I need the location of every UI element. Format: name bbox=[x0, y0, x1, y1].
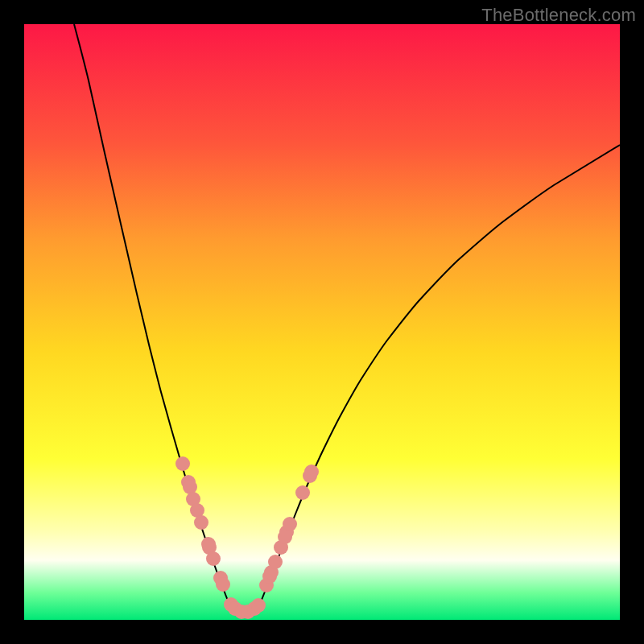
marker-right bbox=[268, 555, 283, 569]
marker-floor bbox=[228, 601, 242, 616]
marker-right bbox=[278, 530, 292, 544]
marker-left bbox=[175, 456, 190, 471]
marker-right bbox=[304, 464, 319, 479]
chart-svg bbox=[24, 24, 620, 620]
marker-left bbox=[202, 540, 217, 555]
marker-right bbox=[274, 540, 288, 555]
plot-background bbox=[24, 24, 620, 620]
marker-floor bbox=[224, 597, 238, 612]
watermark-text: TheBottleneck.com bbox=[481, 5, 636, 26]
data-markers bbox=[175, 456, 319, 619]
marker-left bbox=[194, 515, 208, 530]
marker-left bbox=[181, 475, 196, 489]
marker-floor bbox=[251, 598, 266, 613]
marker-right bbox=[295, 485, 310, 500]
marker-floor bbox=[241, 605, 255, 619]
marker-right bbox=[303, 469, 317, 483]
marker-floor bbox=[247, 601, 262, 616]
marker-right bbox=[264, 565, 279, 580]
marker-left bbox=[216, 577, 230, 592]
marker-left bbox=[186, 492, 200, 506]
bottleneck-curve bbox=[74, 24, 620, 612]
marker-right bbox=[259, 578, 274, 592]
chart-frame: TheBottleneck.com bbox=[0, 0, 644, 644]
marker-left bbox=[201, 537, 216, 551]
marker-right bbox=[262, 569, 277, 584]
marker-left bbox=[183, 480, 197, 494]
marker-left bbox=[206, 551, 221, 566]
marker-left bbox=[190, 503, 204, 518]
marker-floor bbox=[234, 605, 249, 619]
marker-right bbox=[279, 525, 294, 539]
marker-right bbox=[283, 517, 297, 531]
curve-path bbox=[74, 24, 620, 612]
marker-left bbox=[213, 571, 228, 585]
